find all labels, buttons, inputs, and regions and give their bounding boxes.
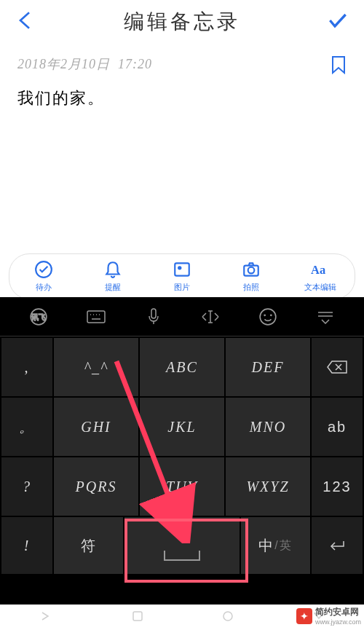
svg-rect-24 <box>181 527 183 533</box>
svg-text:Aa: Aa <box>311 263 325 277</box>
kb-emoji-icon[interactable] <box>240 307 297 326</box>
nav-circle-icon[interactable] <box>222 610 234 625</box>
key-pqrs[interactable]: PQRS <box>54 457 138 516</box>
keyboard-toolbar: 讯飞 <box>0 297 364 336</box>
camera-button[interactable]: 拍照 <box>216 260 285 293</box>
key-mno[interactable]: MNO <box>226 398 310 456</box>
watermark-url: www.jyazw.com <box>315 618 361 626</box>
svg-rect-8 <box>87 311 105 323</box>
key-space-voice[interactable] <box>124 517 240 574</box>
tool-label: 待办 <box>36 282 52 293</box>
tool-label: 图片 <box>174 282 190 293</box>
editor-toolbar: 待办 提醒 图片 拍照 Aa 文本编辑 <box>9 253 355 299</box>
spacebar-icon <box>164 551 200 561</box>
kb-voice-icon[interactable] <box>124 307 182 326</box>
key-def[interactable]: DEF <box>226 338 310 396</box>
key-exclaim[interactable]: ! <box>1 517 52 574</box>
tool-label: 文本编辑 <box>304 282 336 293</box>
image-button[interactable]: 图片 <box>148 260 217 293</box>
nav-back-icon[interactable] <box>39 611 52 624</box>
svg-point-2 <box>178 267 181 269</box>
kb-collapse-icon[interactable] <box>296 310 354 324</box>
key-abc[interactable]: ABC <box>140 338 224 396</box>
watermark-logo-icon: ✦ <box>296 608 312 624</box>
memo-time: 17:20 <box>118 57 152 71</box>
nav-home-icon[interactable] <box>132 610 143 625</box>
svg-rect-14 <box>151 309 156 318</box>
key-ghi[interactable]: GHI <box>54 398 138 456</box>
confirm-button[interactable] <box>326 9 349 35</box>
lang-alt: /英 <box>274 538 292 554</box>
watermark-text: 简约安卓网 <box>315 606 361 618</box>
tool-label: 拍照 <box>243 282 259 293</box>
todo-button[interactable]: 待办 <box>9 260 79 293</box>
bookmark-button[interactable] <box>331 55 347 77</box>
memo-date: 2018年2月10日 <box>17 57 110 71</box>
svg-point-28 <box>223 612 232 621</box>
kb-logo-icon[interactable]: 讯飞 <box>10 307 68 326</box>
key-question[interactable]: ? <box>1 457 52 516</box>
memo-editor[interactable]: 2018年2月10日 17:20 我们的家。 <box>0 44 364 121</box>
key-wxyz[interactable]: WXYZ <box>226 457 310 516</box>
key-ab[interactable]: ab <box>312 398 363 456</box>
svg-point-18 <box>264 315 265 315</box>
key-symbol[interactable]: 符 <box>54 517 123 574</box>
svg-rect-1 <box>175 263 189 275</box>
key-jkl[interactable]: JKL <box>140 398 224 456</box>
key-enter[interactable] <box>312 517 363 574</box>
kb-cursor-icon[interactable] <box>182 309 240 325</box>
tool-label: 提醒 <box>105 282 121 293</box>
memo-datetime: 2018年2月10日 17:20 <box>17 55 347 73</box>
reminder-button[interactable]: 提醒 <box>79 260 148 293</box>
key-language[interactable]: 中/英 <box>241 517 310 574</box>
kb-keyboard-icon[interactable] <box>68 310 125 324</box>
key-backspace[interactable] <box>312 338 363 396</box>
svg-point-4 <box>248 267 254 274</box>
memo-content[interactable]: 我们的家。 <box>17 87 347 109</box>
key-period[interactable]: 。 <box>1 398 52 456</box>
key-123[interactable]: 123 <box>312 457 363 516</box>
key-emoticon[interactable]: ^_^ <box>54 338 138 396</box>
svg-point-17 <box>260 309 276 325</box>
watermark: ✦ 简约安卓网 www.jyazw.com <box>296 606 361 626</box>
mic-icon <box>177 526 187 543</box>
svg-point-19 <box>271 315 272 315</box>
svg-rect-27 <box>133 612 142 621</box>
key-tuv[interactable]: TUV <box>140 457 224 516</box>
svg-text:讯飞: 讯飞 <box>31 313 46 321</box>
key-comma[interactable]: , <box>1 338 52 396</box>
keyboard: 讯飞 , ^_^ ABC DEF 。 GHI JKL MNO ab ? PQRS <box>0 297 364 605</box>
text-edit-button[interactable]: Aa 文本编辑 <box>285 260 355 293</box>
page-title: 编辑备忘录 <box>124 8 240 36</box>
back-button[interactable] <box>15 9 38 35</box>
lang-main: 中 <box>258 536 274 556</box>
